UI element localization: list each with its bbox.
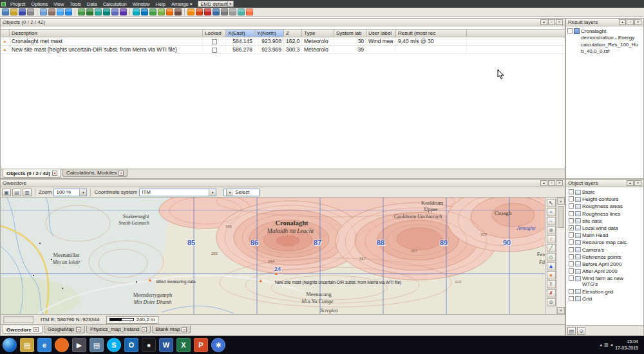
layer-checkbox[interactable] [569,232,574,238]
close-button[interactable]: × [634,180,641,186]
layers-icon[interactable] [103,8,110,15]
network-icon[interactable]: ▥ [604,342,609,348]
delete-tool[interactable]: ✗ [547,289,556,297]
chevron-down-icon[interactable]: ▾ [79,189,86,196]
menu-item-window[interactable]: Window [130,1,153,7]
map-tab[interactable]: GoogleMap× [44,326,85,333]
tab-close-icon[interactable]: × [142,327,147,332]
layer-checkbox[interactable]: ✓ [569,225,574,230]
word-icon[interactable]: W [159,338,173,352]
tab-close-icon[interactable]: × [33,327,39,332]
layer-item[interactable]: Resource map calc. [566,239,643,246]
zoom-combobox[interactable]: 100 % ▾ [53,189,87,196]
photos-icon[interactable]: ● [142,338,156,352]
layer-checkbox[interactable] [569,289,574,294]
folder-icon[interactable]: ▤ [20,338,34,352]
map-canvas[interactable] [1,198,545,314]
column-header-description[interactable]: Description [10,30,203,37]
column-header-locked[interactable]: Locked [203,30,226,37]
photomontage-icon[interactable] [196,8,203,15]
windpro-icon[interactable]: ✱ [211,338,225,352]
tab-close-icon[interactable]: × [76,327,81,332]
map-view-icon[interactable] [78,8,85,15]
meteo-data-icon[interactable] [133,8,140,15]
scrollbar-thumb[interactable] [558,206,564,228]
column-header-x-east-[interactable]: X(East) [226,30,255,37]
menu-item-arrange[interactable]: Arrange ▾ [169,1,195,7]
resource-map-icon[interactable] [204,8,211,15]
redo-icon[interactable] [65,8,72,15]
layer-item[interactable]: Camera's [566,247,643,254]
layer-item[interactable]: Reference points [566,254,643,261]
site-marker-icon[interactable]: ▲ [259,278,263,283]
visualization-icon[interactable] [187,8,194,15]
layer-item[interactable]: Wind farm as new WTG's [566,275,643,288]
layer-item[interactable]: Elevation grid [566,288,643,295]
chevron-down-icon[interactable]: ▾ [209,189,216,196]
column-header-y-north-[interactable]: Y(North) [255,30,284,37]
copy-map-button[interactable]: ▤ [12,189,21,196]
print-icon[interactable] [27,8,34,15]
collapse-button[interactable]: ▴ [540,180,547,186]
firefox-icon[interactable] [55,338,69,352]
layer-item[interactable]: Before April 2000 [566,261,643,268]
skype-icon[interactable]: S [107,338,121,352]
menu-item-tools[interactable]: Tools [67,1,84,7]
grid-map-button[interactable]: ▥ [23,189,32,196]
settings-icon[interactable] [246,8,253,15]
close-button[interactable]: × [556,180,563,186]
layer-checkbox[interactable] [569,261,574,266]
layer-checkbox[interactable] [569,218,574,223]
bitmap-export-button[interactable]: ▣ [2,189,11,196]
globe-icon[interactable] [86,8,93,15]
wtg-catalogue-icon[interactable] [120,8,127,15]
pan-icon[interactable] [238,8,245,15]
layer-item[interactable]: Roughness areas [566,203,643,210]
area-object-tool[interactable]: ◇ [547,253,556,261]
layer-item[interactable]: Height-contours [566,196,643,203]
layer-checkbox[interactable] [569,247,574,252]
map-tab[interactable]: Gweedore× [3,326,43,334]
open-project-icon[interactable] [10,8,17,15]
outlook-icon[interactable]: O [124,338,138,352]
tab-close-icon[interactable]: × [182,327,187,332]
tab-close-icon[interactable]: × [118,171,124,176]
map-tab[interactable]: Physics_map_Ireland× [86,326,150,333]
file-explorer-icon[interactable]: ▤ [90,338,104,352]
map-viewport[interactable]: SnakeenaghtSraith GaonachCronalaghtMalai… [1,198,545,314]
table-row[interactable]: ▲New site mast (heights uncertain-DIR su… [1,46,565,54]
layer-item[interactable]: Roughness lines [566,210,643,218]
undo-icon[interactable] [57,8,64,15]
layer-checkbox[interactable] [569,275,574,281]
save-project-icon[interactable] [19,8,26,15]
tab-close-icon[interactable]: × [52,171,57,176]
select-tool[interactable]: ↖ [547,199,556,207]
layer-item[interactable]: Grid [566,295,643,303]
media-player-icon[interactable]: ▶ [72,338,86,352]
clock[interactable]: 15:04 17-03-2015 [615,339,641,352]
scroll-up-icon[interactable]: ▴ [557,198,565,205]
excel-icon[interactable]: X [176,338,191,352]
met-mast-tool[interactable]: ● [547,271,556,279]
menu-item-view[interactable]: View [51,1,66,7]
report-icon[interactable] [213,8,220,15]
menu-item-data[interactable]: Data [84,1,100,7]
zoom-out-icon[interactable] [229,8,236,15]
pan-tool[interactable]: ⊕ [547,226,556,234]
zoom-out-tool[interactable]: − [547,217,556,225]
layer-item[interactable]: site data [566,218,643,225]
energy-calculation-icon[interactable] [149,8,156,15]
result-layer-item[interactable]: Cronalaght demonstration - Energy calcul… [566,26,643,57]
zoom-in-icon[interactable] [221,8,228,15]
table-row[interactable]: ▲Cronalaght met mast584.145923.908162,0M… [1,37,565,46]
column-header-type[interactable]: Type [302,30,334,37]
collapse-button[interactable]: ▴ [619,19,626,25]
menu-item-options[interactable]: Options [28,1,50,7]
objects-tab[interactable]: Calculations, Modules× [62,169,128,177]
layer-checkbox[interactable] [569,296,574,301]
objects-tab[interactable]: Objects (0 / 2 / 42)× [3,169,61,178]
scroll-down-icon[interactable]: ▾ [557,307,565,314]
layer-checkbox[interactable] [569,254,574,259]
layer-item[interactable]: ✓Local wind data [566,225,643,232]
powerpoint-icon[interactable]: P [194,338,208,352]
